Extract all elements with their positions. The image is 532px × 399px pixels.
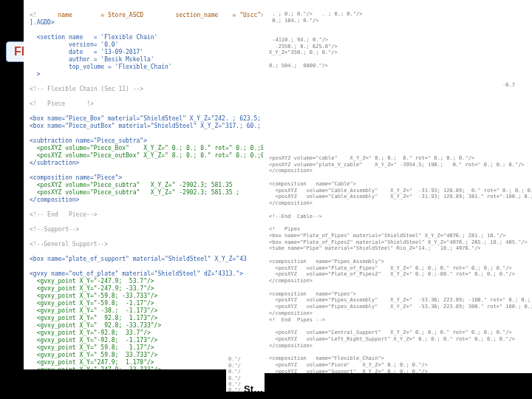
xml-code-pane-right: <posXYZ volume="cable" X_Y_Z=" 0.; 0.; 0… (263, 144, 532, 373)
footer-fragment: St… (244, 383, 263, 395)
xml-code-pane-topright: . ; 0.; 0."/> . ; 0.; 0."/> 0.; 104.; 0.… (263, 0, 532, 144)
slide-caption: XML code of Flexible Chain sec 11 (15, 369, 196, 381)
